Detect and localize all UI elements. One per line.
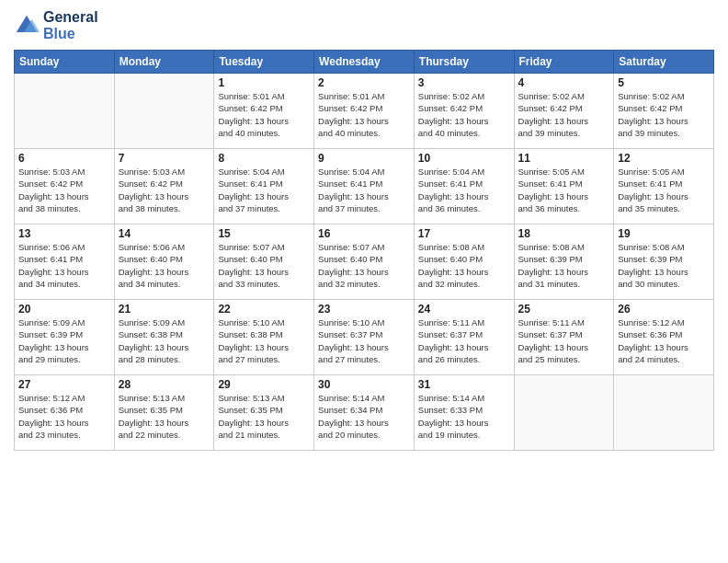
day-info: Sunrise: 5:02 AM Sunset: 6:42 PM Dayligh… <box>518 90 610 139</box>
day-number: 26 <box>618 303 710 316</box>
day-info: Sunrise: 5:10 AM Sunset: 6:37 PM Dayligh… <box>318 316 410 365</box>
day-number: 10 <box>418 152 510 165</box>
calendar-header-wednesday: Wednesday <box>314 51 415 74</box>
calendar-cell: 17Sunrise: 5:08 AM Sunset: 6:40 PM Dayli… <box>414 224 514 300</box>
calendar-cell: 29Sunrise: 5:13 AM Sunset: 6:35 PM Dayli… <box>214 375 314 451</box>
day-number: 23 <box>318 303 410 316</box>
calendar-cell: 5Sunrise: 5:02 AM Sunset: 6:42 PM Daylig… <box>614 74 714 149</box>
day-info: Sunrise: 5:09 AM Sunset: 6:38 PM Dayligh… <box>119 316 210 365</box>
calendar-cell: 21Sunrise: 5:09 AM Sunset: 6:38 PM Dayli… <box>114 300 214 375</box>
day-number: 18 <box>518 227 610 240</box>
day-number: 12 <box>618 152 710 165</box>
calendar-header-tuesday: Tuesday <box>214 51 314 74</box>
day-number: 27 <box>18 378 110 391</box>
calendar: SundayMondayTuesdayWednesdayThursdayFrid… <box>14 50 714 451</box>
day-number: 24 <box>418 303 510 316</box>
calendar-header-row: SundayMondayTuesdayWednesdayThursdayFrid… <box>15 51 714 74</box>
calendar-cell: 27Sunrise: 5:12 AM Sunset: 6:36 PM Dayli… <box>15 375 115 451</box>
day-number: 13 <box>18 227 110 240</box>
calendar-cell: 11Sunrise: 5:05 AM Sunset: 6:41 PM Dayli… <box>514 149 614 224</box>
calendar-cell: 7Sunrise: 5:03 AM Sunset: 6:42 PM Daylig… <box>114 149 214 224</box>
logo-text: General Blue <box>43 9 98 42</box>
day-number: 6 <box>18 152 110 165</box>
day-info: Sunrise: 5:13 AM Sunset: 6:35 PM Dayligh… <box>119 392 210 441</box>
calendar-cell: 19Sunrise: 5:08 AM Sunset: 6:39 PM Dayli… <box>614 224 714 300</box>
page: General Blue SundayMondayTuesdayWednesda… <box>0 0 728 563</box>
day-number: 25 <box>518 303 610 316</box>
calendar-week-row: 13Sunrise: 5:06 AM Sunset: 6:41 PM Dayli… <box>15 224 714 300</box>
day-number: 2 <box>318 76 410 89</box>
day-number: 31 <box>418 378 510 391</box>
calendar-cell: 22Sunrise: 5:10 AM Sunset: 6:38 PM Dayli… <box>214 300 314 375</box>
calendar-cell: 6Sunrise: 5:03 AM Sunset: 6:42 PM Daylig… <box>15 149 115 224</box>
calendar-cell: 25Sunrise: 5:11 AM Sunset: 6:37 PM Dayli… <box>514 300 614 375</box>
day-number: 3 <box>418 76 510 89</box>
calendar-cell: 18Sunrise: 5:08 AM Sunset: 6:39 PM Dayli… <box>514 224 614 300</box>
day-info: Sunrise: 5:12 AM Sunset: 6:36 PM Dayligh… <box>618 316 710 365</box>
calendar-header-monday: Monday <box>114 51 214 74</box>
day-number: 20 <box>18 303 110 316</box>
calendar-week-row: 6Sunrise: 5:03 AM Sunset: 6:42 PM Daylig… <box>15 149 714 224</box>
day-number: 4 <box>518 76 610 89</box>
day-info: Sunrise: 5:04 AM Sunset: 6:41 PM Dayligh… <box>318 166 410 214</box>
day-info: Sunrise: 5:08 AM Sunset: 6:39 PM Dayligh… <box>618 241 710 290</box>
calendar-header-friday: Friday <box>514 51 614 74</box>
day-number: 14 <box>119 227 210 240</box>
calendar-cell: 26Sunrise: 5:12 AM Sunset: 6:36 PM Dayli… <box>614 300 714 375</box>
calendar-header-sunday: Sunday <box>15 51 115 74</box>
day-info: Sunrise: 5:02 AM Sunset: 6:42 PM Dayligh… <box>418 90 510 139</box>
calendar-header-saturday: Saturday <box>614 51 714 74</box>
day-info: Sunrise: 5:02 AM Sunset: 6:42 PM Dayligh… <box>618 90 710 139</box>
day-info: Sunrise: 5:01 AM Sunset: 6:42 PM Dayligh… <box>218 90 310 139</box>
day-number: 17 <box>418 227 510 240</box>
day-number: 9 <box>318 152 410 165</box>
day-number: 22 <box>218 303 310 316</box>
calendar-cell: 14Sunrise: 5:06 AM Sunset: 6:40 PM Dayli… <box>114 224 214 300</box>
calendar-cell: 13Sunrise: 5:06 AM Sunset: 6:41 PM Dayli… <box>15 224 115 300</box>
day-number: 28 <box>119 378 210 391</box>
calendar-cell: 1Sunrise: 5:01 AM Sunset: 6:42 PM Daylig… <box>214 74 314 149</box>
day-number: 16 <box>318 227 410 240</box>
day-number: 19 <box>618 227 710 240</box>
calendar-cell: 28Sunrise: 5:13 AM Sunset: 6:35 PM Dayli… <box>114 375 214 451</box>
calendar-week-row: 1Sunrise: 5:01 AM Sunset: 6:42 PM Daylig… <box>15 74 714 149</box>
calendar-cell: 20Sunrise: 5:09 AM Sunset: 6:39 PM Dayli… <box>15 300 115 375</box>
day-info: Sunrise: 5:08 AM Sunset: 6:40 PM Dayligh… <box>418 241 510 290</box>
day-info: Sunrise: 5:05 AM Sunset: 6:41 PM Dayligh… <box>518 166 610 214</box>
calendar-cell: 10Sunrise: 5:04 AM Sunset: 6:41 PM Dayli… <box>414 149 514 224</box>
calendar-cell <box>614 375 714 451</box>
day-info: Sunrise: 5:07 AM Sunset: 6:40 PM Dayligh… <box>218 241 310 290</box>
day-info: Sunrise: 5:03 AM Sunset: 6:42 PM Dayligh… <box>18 166 110 214</box>
calendar-cell: 8Sunrise: 5:04 AM Sunset: 6:41 PM Daylig… <box>214 149 314 224</box>
day-info: Sunrise: 5:04 AM Sunset: 6:41 PM Dayligh… <box>218 166 310 214</box>
day-number: 1 <box>218 76 310 89</box>
day-info: Sunrise: 5:07 AM Sunset: 6:40 PM Dayligh… <box>318 241 410 290</box>
calendar-cell: 16Sunrise: 5:07 AM Sunset: 6:40 PM Dayli… <box>314 224 415 300</box>
day-number: 8 <box>218 152 310 165</box>
day-info: Sunrise: 5:01 AM Sunset: 6:42 PM Dayligh… <box>318 90 410 139</box>
day-info: Sunrise: 5:04 AM Sunset: 6:41 PM Dayligh… <box>418 166 510 214</box>
calendar-header-thursday: Thursday <box>414 51 514 74</box>
day-number: 15 <box>218 227 310 240</box>
day-info: Sunrise: 5:11 AM Sunset: 6:37 PM Dayligh… <box>418 316 510 365</box>
day-info: Sunrise: 5:06 AM Sunset: 6:40 PM Dayligh… <box>119 241 210 290</box>
calendar-cell: 4Sunrise: 5:02 AM Sunset: 6:42 PM Daylig… <box>514 74 614 149</box>
calendar-cell: 15Sunrise: 5:07 AM Sunset: 6:40 PM Dayli… <box>214 224 314 300</box>
day-info: Sunrise: 5:10 AM Sunset: 6:38 PM Dayligh… <box>218 316 310 365</box>
day-number: 21 <box>119 303 210 316</box>
logo: General Blue <box>14 9 98 42</box>
calendar-cell <box>514 375 614 451</box>
calendar-cell: 2Sunrise: 5:01 AM Sunset: 6:42 PM Daylig… <box>314 74 415 149</box>
day-number: 7 <box>119 152 210 165</box>
calendar-cell: 31Sunrise: 5:14 AM Sunset: 6:33 PM Dayli… <box>414 375 514 451</box>
day-info: Sunrise: 5:14 AM Sunset: 6:34 PM Dayligh… <box>318 392 410 441</box>
day-info: Sunrise: 5:14 AM Sunset: 6:33 PM Dayligh… <box>418 392 510 441</box>
day-number: 30 <box>318 378 410 391</box>
calendar-week-row: 27Sunrise: 5:12 AM Sunset: 6:36 PM Dayli… <box>15 375 714 451</box>
calendar-cell <box>114 74 214 149</box>
header: General Blue <box>14 9 714 42</box>
calendar-cell: 24Sunrise: 5:11 AM Sunset: 6:37 PM Dayli… <box>414 300 514 375</box>
day-info: Sunrise: 5:05 AM Sunset: 6:41 PM Dayligh… <box>618 166 710 214</box>
calendar-cell: 9Sunrise: 5:04 AM Sunset: 6:41 PM Daylig… <box>314 149 415 224</box>
day-number: 29 <box>218 378 310 391</box>
